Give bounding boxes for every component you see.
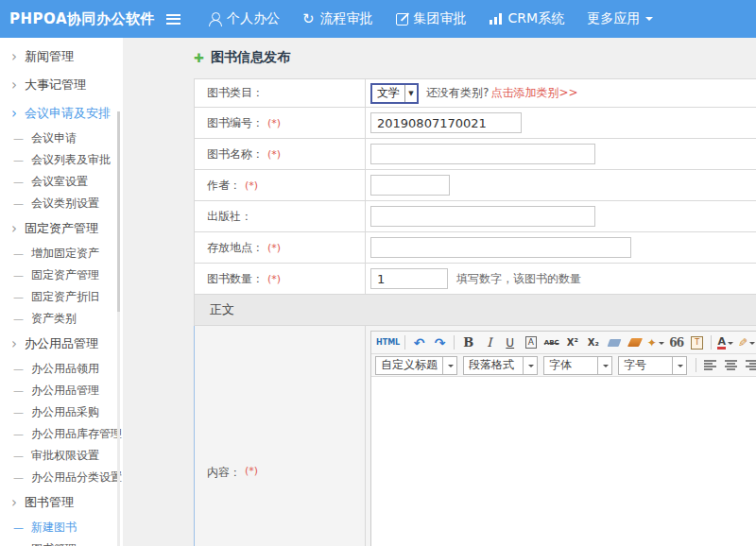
publisher-input[interactable] (370, 206, 595, 227)
paste-text-button[interactable]: T (687, 333, 707, 352)
nav-item-personal-office[interactable]: 个人办公 (205, 0, 284, 38)
field-input-cell (366, 232, 756, 263)
sidebar-item-meeting-request[interactable]: —会议申请 (0, 128, 123, 149)
sidebar-item-meeting-room[interactable]: —会议室设置 (0, 171, 123, 193)
app-logo[interactable]: PHPOA协同办公软件 (0, 10, 166, 28)
sidebar-item-asset-manage[interactable]: —固定资产管理 (0, 264, 123, 286)
sidebar-item-asset-depreciation[interactable]: —固定资产折旧 (0, 286, 123, 308)
field-input-cell: 填写数字，该图书的数量 (366, 264, 756, 294)
nav-item-more-apps[interactable]: 更多应用 (583, 0, 657, 38)
add-category-link[interactable]: 点击添加类别>> (490, 85, 577, 101)
menu-toggle-icon[interactable] (166, 14, 180, 25)
field-label-cell: 作者：(*) (195, 170, 366, 200)
quantity-input[interactable] (370, 268, 448, 289)
chevron-right-icon: › (11, 497, 17, 509)
dash-icon: — (13, 154, 24, 166)
sidebar-item-label: 办公用品领用 (31, 361, 99, 377)
select-value: 段落格式 (464, 357, 523, 374)
caret-down-icon (728, 342, 733, 348)
highlight-color-icon: ✎ (738, 336, 747, 350)
italic-button[interactable]: I (479, 333, 499, 352)
html-source-button[interactable]: HTML (375, 333, 401, 352)
required-mark: (*) (267, 117, 281, 129)
sidebar-item-meeting-category[interactable]: —会议类别设置 (0, 193, 123, 214)
book-form: 图书类目：文学▼还没有类别?点击添加类别>>图书编号：(*)图书名称：(*)作者… (194, 78, 756, 546)
sidebar-item-supplies-claim[interactable]: —办公用品领用 (0, 358, 123, 380)
align-center-button[interactable] (721, 356, 741, 375)
sidebar-item-label: 固定资产折旧 (31, 289, 99, 305)
sidebar-item-book-mgmt[interactable]: ›图书管理 (0, 488, 123, 517)
chevron-right-icon: › (11, 223, 17, 235)
font-family-select[interactable]: 字体 (543, 356, 612, 375)
custom-title-select[interactable]: 自定义标题 (375, 356, 457, 375)
sidebar-scrollbar[interactable] (117, 111, 120, 546)
field-label-cell: 图书类目： (195, 79, 366, 107)
redo-button[interactable]: ↷ (430, 333, 450, 352)
bold-button[interactable]: B (458, 333, 478, 352)
nav-item-label: 更多应用 (587, 10, 640, 27)
superscript-button[interactable]: X² (562, 333, 582, 352)
section-header-row: 正文 (194, 295, 756, 326)
underline-button[interactable]: U (500, 333, 520, 352)
sidebar-item-label: 资产类别 (31, 311, 77, 327)
editor-toolbar-row1: HTML↶↷BIUAABCX²X₂✦66TA✎ (371, 332, 756, 354)
subscript-button[interactable]: X₂ (583, 333, 603, 352)
font-size-select[interactable]: 字号 (618, 356, 687, 375)
sidebar-item-memorabilia-mgmt[interactable]: ›大事记管理 (0, 71, 123, 99)
sidebar-item-supplies-stock[interactable]: —办公用品库存管理 (0, 423, 123, 445)
sidebar-item-supplies-manage[interactable]: —办公用品管理 (0, 380, 123, 401)
align-right-button[interactable] (742, 356, 756, 375)
editor-content-area[interactable] (371, 377, 756, 546)
dash-icon: — (13, 471, 24, 484)
paragraph-format-select[interactable]: 段落格式 (463, 356, 538, 375)
sidebar-item-supplies-mgmt[interactable]: ›办公用品管理 (0, 330, 123, 358)
dash-icon: — (13, 176, 24, 188)
sidebar-item-asset-add[interactable]: —增加固定资产 (0, 243, 123, 264)
sidebar-item-supplies-purchase[interactable]: —办公用品采购 (0, 401, 123, 423)
nav-item-crm-system[interactable]: CRM系统 (486, 0, 569, 38)
sidebar-item-meeting-list[interactable]: —会议列表及审批 (0, 149, 123, 171)
sidebar-item-label: 审批权限设置 (31, 448, 99, 464)
sidebar-item-label: 会议室设置 (31, 174, 88, 190)
category-select[interactable]: 文学▼ (370, 83, 419, 104)
nav-item-group-approval[interactable]: 集团审批 (392, 0, 471, 38)
book-no-input[interactable] (370, 112, 522, 133)
book-name-input[interactable] (370, 144, 595, 164)
format-brush-button[interactable] (625, 333, 644, 352)
strikethrough-button[interactable]: ABC (541, 333, 561, 352)
sidebar-item-asset-category[interactable]: —资产类别 (0, 308, 123, 330)
eraser-button[interactable] (604, 333, 624, 352)
chevron-down-icon: ▼ (404, 85, 417, 102)
sidebar-item-meeting-apply[interactable]: ›会议申请及安排 (0, 99, 123, 128)
auto-format-button[interactable]: ✦ (645, 333, 665, 352)
font-color-button[interactable]: A (715, 333, 735, 352)
align-right-icon (746, 360, 756, 370)
dash-icon: — (13, 291, 24, 303)
autotypeset-button[interactable]: A (521, 333, 541, 352)
no-category-text: 还没有类别? (426, 85, 489, 101)
sidebar-item-supplies-category[interactable]: —办公用品分类设置 (0, 467, 123, 488)
location-input[interactable] (370, 237, 631, 258)
select-value: 文学 (372, 85, 404, 102)
dash-icon: — (13, 450, 24, 462)
undo-button[interactable]: ↶ (409, 333, 429, 352)
autotypeset-icon: A (525, 336, 537, 349)
sidebar-item-approval-permission[interactable]: —审批权限设置 (0, 445, 123, 467)
sidebar-scrollbar-thumb[interactable] (117, 111, 120, 312)
blockquote-button[interactable]: 66 (666, 333, 686, 352)
sidebar-item-book-new[interactable]: —新建图书 (0, 517, 123, 538)
highlight-color-button[interactable]: ✎ (736, 333, 756, 352)
author-input[interactable] (370, 175, 450, 196)
sidebar-item-book-manage[interactable]: —图书管理 (0, 538, 123, 546)
nav-item-process-approval[interactable]: ↻流程审批 (299, 0, 377, 38)
field-label-cell: 出版社： (195, 201, 366, 231)
sidebar-item-news-mgmt[interactable]: ›新闻管理 (0, 43, 123, 71)
required-mark: (*) (267, 273, 281, 285)
bold-icon: B (463, 335, 473, 350)
add-icon: ✚ (194, 52, 204, 64)
sidebar-menu: ›新闻管理›大事记管理›会议申请及安排—会议申请—会议列表及审批—会议室设置—会… (0, 38, 123, 546)
chevron-right-icon: › (11, 51, 17, 63)
align-left-button[interactable] (700, 356, 720, 375)
sidebar-item-asset-mgmt[interactable]: ›固定资产管理 (0, 214, 123, 243)
content-label: 内容： (207, 465, 241, 481)
